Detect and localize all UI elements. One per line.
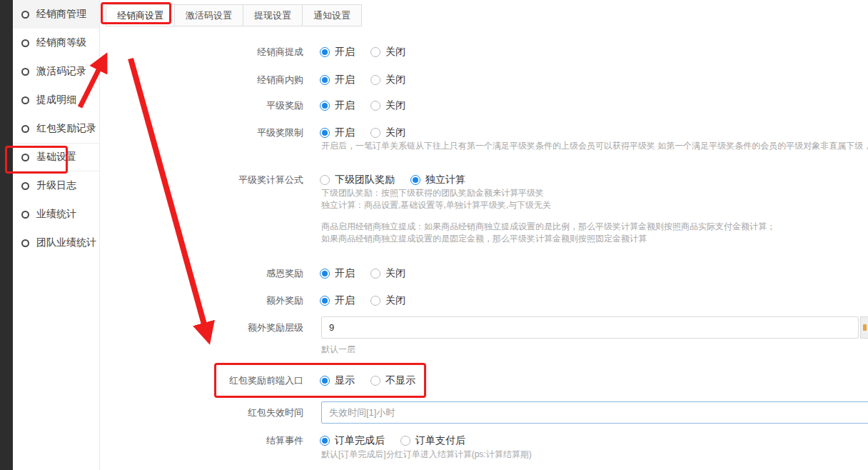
sidebar-item-team-performance-stats[interactable]: 团队业绩统计	[13, 229, 99, 257]
radio-group-peer-reward: 开启 关闭	[320, 99, 405, 112]
radio-subordinate-team-reward[interactable]: 下级团队奖励	[320, 174, 395, 186]
radio-independent-calc[interactable]: 独立计算	[410, 174, 465, 186]
radio-label: 订单完成后	[335, 434, 385, 447]
radio-icon	[370, 128, 380, 138]
radio-label: 开启	[335, 74, 355, 86]
radio-icon	[320, 75, 330, 85]
radio-off[interactable]: 关闭	[370, 74, 405, 86]
sidebar-item-label: 升级日志	[36, 179, 76, 192]
radio-on[interactable]: 开启	[320, 267, 355, 280]
radio-off[interactable]: 关闭	[370, 46, 405, 59]
radio-label: 关闭	[385, 99, 405, 112]
radio-label: 关闭	[385, 46, 405, 59]
radio-icon	[320, 269, 330, 279]
radio-label: 关闭	[385, 74, 405, 86]
circle-icon	[21, 239, 29, 247]
radio-icon	[320, 128, 330, 138]
circle-icon	[21, 154, 29, 161]
radio-icon	[320, 376, 330, 386]
radio-label: 开启	[335, 46, 355, 59]
helper-formula-1: 下级团队奖励：按照下级获得的团队奖励金额来计算平级奖	[321, 187, 544, 199]
circle-icon	[21, 96, 29, 104]
field-label-gratitude-reward: 感恩奖励	[100, 267, 303, 280]
radio-label: 开启	[335, 99, 355, 112]
sidebar-item-activation-code-records[interactable]: 激活码记录	[13, 57, 99, 86]
sidebar-item-upgrade-log[interactable]: 升级日志	[13, 171, 99, 200]
sidebar-item-label: 业绩统计	[36, 208, 76, 221]
circle-icon	[21, 125, 29, 133]
radio-label: 开启	[335, 267, 355, 280]
extra-reward-levels-input[interactable]	[321, 316, 859, 339]
radio-group-peer-reward-formula: 下级团队奖励 独立计算	[320, 174, 465, 186]
radio-label: 开启	[335, 294, 355, 307]
radio-icon	[320, 175, 330, 185]
main-content: 经销商设置 激活码设置 提现设置 通知设置 经销商提成 开启 关闭 经销商内购 …	[100, 0, 868, 470]
sidebar-item-label: 提成明细	[36, 94, 76, 106]
radio-group-dealer-internal-purchase: 开启 关闭	[320, 74, 405, 86]
radio-icon	[410, 175, 420, 185]
radio-on[interactable]: 开启	[320, 99, 355, 112]
radio-icon	[370, 296, 380, 306]
radio-group-redpacket-entry: 显示 不显示	[320, 374, 415, 387]
radio-after-order-paid[interactable]: 订单支付后	[400, 434, 465, 447]
sidebar-item-basic-settings[interactable]: 基础设置	[13, 143, 99, 171]
radio-group-dealer-commission: 开启 关闭	[320, 46, 405, 59]
circle-icon	[21, 211, 29, 219]
radio-label: 订单支付后	[415, 434, 465, 447]
field-label-extra-reward: 额外奖励	[100, 294, 303, 307]
sidebar: 经销商管理 经销商等级 激活码记录 提成明细 红包奖励记录 基础设置 升级日志 …	[13, 0, 100, 470]
radio-after-order-complete[interactable]: 订单完成后	[320, 434, 385, 447]
app-left-rail	[0, 0, 13, 470]
radio-off[interactable]: 关闭	[370, 267, 405, 280]
sidebar-item-performance-stats[interactable]: 业绩统计	[13, 200, 99, 229]
circle-icon	[21, 68, 29, 76]
radio-icon	[320, 47, 330, 57]
radio-off[interactable]: 关闭	[370, 294, 405, 307]
field-label-dealer-commission: 经销商提成	[100, 46, 303, 59]
helper-extra-reward-levels: 默认一层	[321, 344, 355, 356]
radio-label: 关闭	[385, 294, 405, 307]
field-label-peer-reward: 平级奖励	[100, 99, 303, 112]
sidebar-item-dealer-management[interactable]: 经销商管理	[13, 0, 99, 29]
field-label-redpacket-entry: 红包奖励前端入口	[100, 374, 303, 387]
radio-icon	[400, 436, 410, 446]
redpacket-expire-time-input[interactable]	[321, 401, 868, 424]
field-label-peer-reward-formula: 平级奖计算公式	[100, 174, 303, 186]
radio-icon	[370, 101, 380, 111]
radio-group-extra-reward: 开启 关闭	[320, 294, 405, 307]
radio-on[interactable]: 开启	[320, 74, 355, 86]
radio-icon	[370, 376, 380, 386]
sidebar-item-dealer-level[interactable]: 经销商等级	[13, 29, 99, 57]
note-independent-commission-1: 商品启用经销商独立提成：如果商品经销商独立提成设置的是比例，那么平级奖计算金额则…	[321, 221, 775, 233]
sidebar-item-label: 经销商等级	[36, 36, 86, 49]
radio-label: 关闭	[385, 126, 405, 139]
radio-off[interactable]: 关闭	[370, 126, 405, 139]
radio-group-peer-reward-limit: 开启 关闭	[320, 126, 405, 139]
field-label-dealer-internal-purchase: 经销商内购	[100, 74, 303, 86]
sidebar-item-commission-detail[interactable]: 提成明细	[13, 86, 99, 114]
radio-on[interactable]: 开启	[320, 46, 355, 59]
sidebar-item-label: 红包奖励记录	[36, 122, 96, 135]
circle-icon	[21, 11, 29, 19]
radio-on[interactable]: 开启	[320, 126, 355, 139]
radio-icon	[370, 75, 380, 85]
radio-group-gratitude-reward: 开启 关闭	[320, 267, 405, 280]
radio-label: 开启	[335, 126, 355, 139]
radio-hide[interactable]: 不显示	[370, 374, 415, 387]
radio-label: 显示	[335, 374, 355, 387]
radio-off[interactable]: 关闭	[370, 99, 405, 112]
sidebar-item-label: 团队业绩统计	[36, 236, 96, 249]
circle-icon	[21, 39, 29, 47]
sidebar-item-redpacket-reward-records[interactable]: 红包奖励记录	[13, 114, 99, 143]
radio-on[interactable]: 开启	[320, 294, 355, 307]
radio-group-settlement-event: 订单完成后 订单支付后	[320, 434, 465, 447]
field-label-peer-reward-limit: 平级奖限制	[100, 126, 303, 139]
sidebar-item-label: 基础设置	[36, 151, 76, 164]
input-addon[interactable]	[860, 316, 868, 339]
radio-show[interactable]: 显示	[320, 374, 355, 387]
radio-label: 下级团队奖励	[335, 174, 395, 186]
field-label-settlement-event: 结算事件	[100, 434, 303, 447]
radio-icon	[370, 47, 380, 57]
field-label-extra-reward-levels: 额外奖励层级	[100, 321, 303, 334]
sidebar-item-label: 经销商管理	[36, 8, 86, 21]
